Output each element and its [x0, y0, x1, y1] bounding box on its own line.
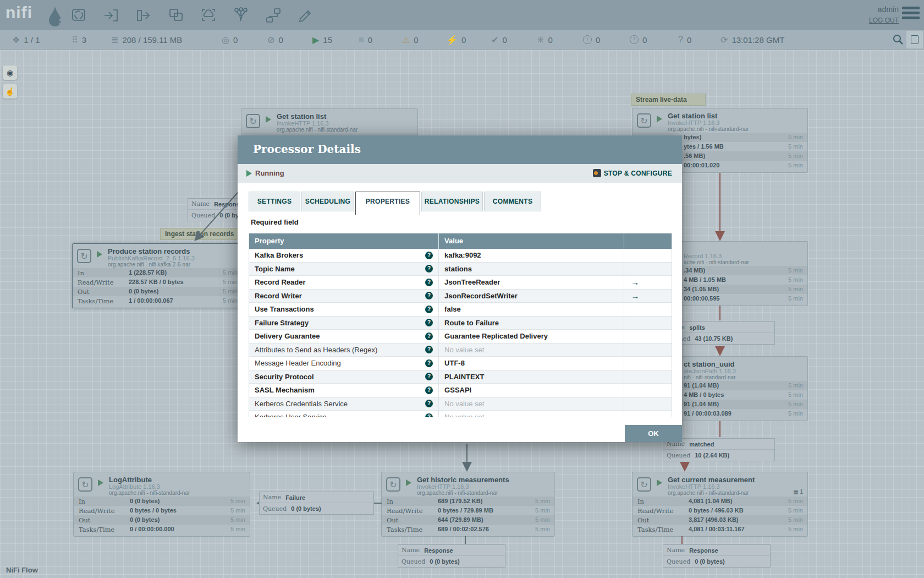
processor-get-current-measurement[interactable]: ↻Get current measurementInvokeHTTP 1.16.… [632, 472, 807, 536]
input-port-icon[interactable] [102, 7, 120, 24]
dialog-tabs: SETTINGSSCHEDULINGPROPERTIESRELATIONSHIP… [249, 192, 542, 215]
property-value[interactable]: Guarantee Replicated Delivery [444, 332, 548, 340]
property-row[interactable]: Kerberos User Service?No value set [249, 411, 672, 417]
connection-label-response-right[interactable]: NameResponseQueued0 (0 bytes) [663, 544, 771, 568]
property-name: Record Reader [255, 278, 305, 286]
processor-get-historic-measurements[interactable]: ↻Get historic measurementsInvokeHTTP 1.1… [382, 472, 554, 536]
help-icon[interactable]: ? [425, 279, 433, 286]
processor-produce-station-records[interactable]: ↻Produce station recordsPublishKafkaReco… [73, 244, 242, 308]
logout-link[interactable]: LOG OUT [869, 17, 899, 24]
tab-scheduling[interactable]: SCHEDULING [301, 192, 354, 211]
processor-logattribute[interactable]: ↻LogAttributeLogAttribute 1.16.3org.apac… [74, 472, 250, 536]
property-row[interactable]: Kerberos Credentials Service?No value se… [249, 397, 672, 411]
property-value[interactable]: stations [444, 265, 472, 273]
funnel-icon[interactable] [232, 7, 250, 24]
property-row[interactable]: Attributes to Send as Headers (Regex)?No… [249, 343, 672, 357]
property-value[interactable]: Route to Failure [444, 319, 499, 327]
help-icon[interactable]: ? [425, 359, 433, 367]
property-row[interactable]: Delivery Guarantee?Guarantee Replicated … [249, 330, 672, 343]
tab-relationships[interactable]: RELATIONSHIPS [421, 192, 483, 211]
go-to-service-icon[interactable]: → [631, 291, 639, 301]
help-icon[interactable]: ? [425, 332, 433, 340]
help-icon[interactable]: ? [425, 373, 433, 380]
property-row[interactable]: Use Transactions?false [249, 303, 672, 317]
output-port-icon[interactable] [135, 7, 152, 24]
help-icon[interactable]: ? [425, 346, 433, 353]
property-value[interactable]: JsonTreeReader [444, 278, 500, 286]
run-status-icon [657, 479, 662, 486]
help-icon[interactable]: ? [425, 400, 433, 407]
property-value[interactable]: kafka:9092 [444, 251, 481, 259]
processor-stat-row: Tasks/Time4,081 / 00:03:11.1675 min [632, 525, 807, 534]
tab-properties[interactable]: PROPERTIES [355, 192, 420, 215]
status-up-to-date: ✔0 [491, 30, 507, 50]
property-value[interactable]: UTF-8 [444, 359, 465, 367]
status-count: 208 / 159.11 MB [122, 35, 182, 45]
current-user: admin [878, 5, 899, 14]
processor-stat-row: Tasks/Time0 / 00:00:00.0005 min [74, 525, 250, 534]
processor-icon: ↻ [637, 113, 651, 128]
property-value[interactable]: No value set [444, 400, 484, 408]
property-name: Kerberos User Service [255, 413, 327, 417]
processor-type: InvokeHTTP 1.16.3 [277, 120, 329, 127]
property-row[interactable]: SASL Mechanism?GSSAPI [249, 384, 672, 397]
help-icon[interactable]: ? [425, 319, 433, 326]
refresh-icon[interactable]: ⟳ [721, 35, 728, 45]
status-count: 3 [82, 35, 86, 45]
operate-panel-toggle[interactable] [906, 31, 923, 48]
processor-text-fragment: ateJsonPath 1.16.3 [684, 368, 736, 374]
tab-settings[interactable]: SETTINGS [249, 192, 300, 211]
canvas-label[interactable]: Stream live-data [631, 94, 706, 106]
property-row[interactable]: Topic Name?stations [249, 263, 672, 276]
stop-and-configure-button[interactable]: STOP & CONFIGURE [593, 169, 672, 177]
property-value[interactable]: No value set [444, 346, 484, 354]
processor-icon[interactable] [70, 7, 87, 24]
help-icon[interactable]: ? [425, 306, 433, 313]
property-name: Topic Name [255, 265, 295, 273]
connection-label-response-center[interactable]: NameResponseQueued0 (0 bytes) [398, 544, 505, 568]
target-icon[interactable]: ◉ [3, 66, 17, 80]
connection-label-failure[interactable]: NameFailureQueued0 (0 bytes) [259, 492, 374, 515]
processor-details-dialog: Processor Details Running STOP & CONFIGU… [238, 135, 682, 442]
go-to-service-icon[interactable]: → [631, 277, 639, 287]
property-value[interactable]: false [444, 305, 461, 313]
property-value[interactable]: No value set [444, 413, 484, 417]
status-count: 0 [596, 35, 600, 45]
property-row[interactable]: Record Reader?JsonTreeReader→ [249, 276, 672, 290]
search-icon[interactable] [892, 34, 904, 46]
property-row[interactable]: Record Writer?JsonRecordSetWriter→ [249, 290, 672, 303]
property-value[interactable]: GSSAPI [444, 386, 471, 394]
status-stale: ↑0 [583, 30, 600, 50]
remote-process-group-icon[interactable] [200, 7, 217, 24]
processor-type: LogAttribute 1.16.3 [109, 483, 160, 490]
label-icon[interactable] [297, 7, 315, 24]
ok-button[interactable]: OK [625, 425, 682, 442]
processor-stat-row: In4,081 (1.04 MB)5 min [632, 497, 807, 506]
help-icon[interactable]: ? [425, 265, 433, 272]
processor-state: Running [255, 169, 284, 177]
process-group-icon[interactable] [167, 7, 185, 24]
global-menu-icon[interactable] [902, 7, 920, 21]
help-icon[interactable]: ? [425, 413, 433, 417]
transmitting-icon: ◎ [222, 35, 229, 45]
property-value[interactable]: PLAINTEXT [444, 373, 484, 381]
breadcrumb[interactable]: NiFi Flow [6, 566, 38, 574]
threads-icon: ⠿ [72, 35, 78, 45]
status-count: 1 / 1 [24, 35, 40, 45]
last-refresh-time[interactable]: ⟳13:01:28 GMT [721, 30, 784, 50]
status-locally-modified-stale: !0 [630, 30, 647, 50]
help-icon[interactable]: ? [425, 386, 433, 394]
status-invalid: ⚠0 [402, 30, 419, 50]
hand-icon[interactable]: ☝ [3, 84, 17, 99]
property-row[interactable]: Message Header Encoding?UTF-8 [249, 357, 672, 370]
status-running: ▶15 [312, 30, 332, 50]
template-icon[interactable] [265, 7, 282, 24]
property-row[interactable]: Security Protocol?PLAINTEXT [249, 370, 672, 384]
tab-comments[interactable]: COMMENTS [484, 192, 541, 211]
help-icon[interactable]: ? [425, 252, 433, 259]
property-row[interactable]: Kafka Brokers?kafka:9092 [249, 249, 672, 263]
help-icon[interactable]: ? [425, 292, 433, 299]
property-row[interactable]: Failure Strategy?Route to Failure [249, 317, 672, 330]
property-value[interactable]: JsonRecordSetWriter [444, 292, 518, 300]
not-transmitting-icon: ⊘ [267, 35, 274, 45]
